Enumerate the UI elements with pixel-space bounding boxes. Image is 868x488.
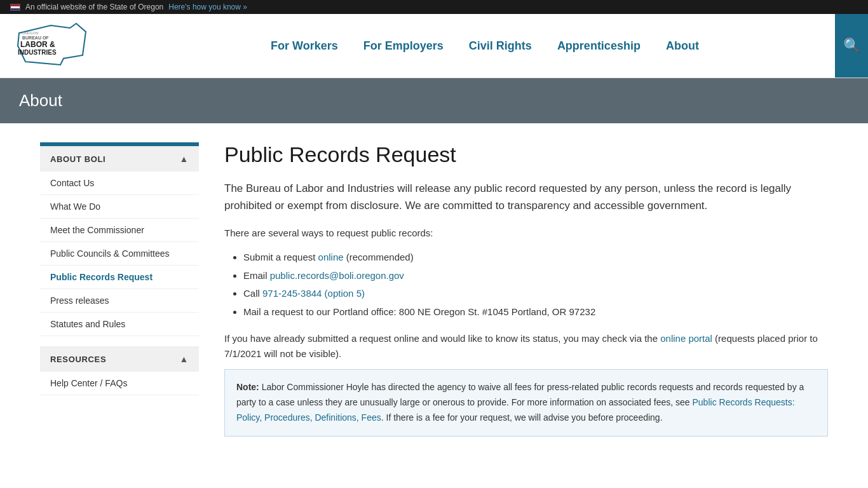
sidebar-section-resources-header[interactable]: RESOURCES ▲ <box>40 346 199 372</box>
sidebar-press-releases[interactable]: Press releases <box>40 289 199 313</box>
list-item: Statutes and Rules <box>40 313 199 336</box>
list-item: Meet the Commissioner <box>40 219 199 242</box>
site-header: BUREAU OF LABOR & INDUSTRIES OREGON For … <box>0 14 868 78</box>
intro-paragraph: The Bureau of Labor and Industries will … <box>224 180 828 214</box>
way-call-text: Call <box>243 288 262 299</box>
list-item: Call 971-245-3844 (option 5) <box>243 285 828 303</box>
note-suffix: . If there is a fee for your request, we… <box>381 412 663 423</box>
way-submit-suffix: (recommended) <box>344 252 414 262</box>
logo-area: BUREAU OF LABOR & INDUSTRIES OREGON <box>13 20 114 71</box>
list-item: Submit a request online (recommended) <box>243 248 828 267</box>
sidebar: ABOUT BOLI ▲ Contact Us What We Do Meet … <box>40 142 199 437</box>
list-item: Public Records Request <box>40 266 199 289</box>
sidebar-contact-us[interactable]: Contact Us <box>40 172 199 195</box>
way-mail-text: Mail a request to our Portland office: 8… <box>243 306 595 317</box>
sidebar-section-about-boli-header[interactable]: ABOUT BOLI ▲ <box>40 146 199 172</box>
status-paragraph: If you have already submitted a request … <box>224 331 828 362</box>
resources-label: RESOURCES <box>50 355 106 364</box>
list-item: Press releases <box>40 289 199 313</box>
content-title: Public Records Request <box>224 142 828 167</box>
main-content: Public Records Request The Bureau of Lab… <box>224 142 828 437</box>
note-label: Note: <box>236 382 259 392</box>
site-logo: BUREAU OF LABOR & INDUSTRIES OREGON <box>13 20 95 71</box>
email-link[interactable]: public.records@boli.oregon.gov <box>270 270 404 281</box>
nav-apprenticeship[interactable]: Apprenticeship <box>557 37 641 55</box>
ways-intro: There are several ways to request public… <box>224 226 828 241</box>
online-portal-link[interactable]: online portal <box>660 333 712 344</box>
svg-text:INDUSTRIES: INDUSTRIES <box>18 49 57 56</box>
search-icon: 🔍 <box>843 37 860 54</box>
official-text: An official website of the State of Oreg… <box>25 3 163 11</box>
flag-icon <box>10 4 20 11</box>
resources-links: Help Center / FAQs <box>40 372 199 395</box>
ways-list: Submit a request online (recommended) Em… <box>243 248 828 321</box>
list-item: What We Do <box>40 195 199 219</box>
svg-text:OREGON: OREGON <box>22 31 39 35</box>
note-box: Note: Labor Commissioner Hoyle has direc… <box>224 369 828 436</box>
top-banner: An official website of the State of Oreg… <box>0 0 868 14</box>
sidebar-help-center[interactable]: Help Center / FAQs <box>40 372 199 395</box>
list-item: Public Councils & Committees <box>40 242 199 266</box>
way-email-text: Email <box>243 270 270 281</box>
sidebar-statutes-rules[interactable]: Statutes and Rules <box>40 313 199 336</box>
list-item: Mail a request to our Portland office: 8… <box>243 303 828 322</box>
nav-civil-rights[interactable]: Civil Rights <box>469 37 532 55</box>
main-nav: For Workers For Employers Civil Rights A… <box>114 37 855 55</box>
about-boli-label: ABOUT BOLI <box>50 154 105 164</box>
svg-text:BUREAU OF: BUREAU OF <box>22 36 49 40</box>
chevron-up-icon: ▲ <box>179 154 189 164</box>
page-title: About <box>19 91 62 110</box>
search-button[interactable]: 🔍 <box>835 14 868 78</box>
phone-link[interactable]: 971-245-3844 (option 5) <box>262 288 365 299</box>
how-you-know-link[interactable]: Here's how you know » <box>168 3 247 11</box>
list-item: Email public.records@boli.oregon.gov <box>243 267 828 285</box>
sidebar-public-councils[interactable]: Public Councils & Committees <box>40 242 199 266</box>
svg-text:LABOR &: LABOR & <box>20 40 55 49</box>
nav-about[interactable]: About <box>666 37 699 55</box>
way-submit-text: Submit a request <box>243 252 318 262</box>
list-item: Help Center / FAQs <box>40 372 199 395</box>
sidebar-section-about-boli: ABOUT BOLI ▲ Contact Us What We Do Meet … <box>40 146 199 336</box>
sidebar-section-resources: RESOURCES ▲ Help Center / FAQs <box>40 346 199 395</box>
online-link[interactable]: online <box>318 252 344 262</box>
sidebar-meet-commissioner[interactable]: Meet the Commissioner <box>40 219 199 242</box>
sidebar-public-records[interactable]: Public Records Request <box>40 266 199 289</box>
nav-for-workers[interactable]: For Workers <box>271 37 338 55</box>
chevron-up-icon-resources: ▲ <box>179 354 189 364</box>
sidebar-what-we-do[interactable]: What We Do <box>40 195 199 219</box>
status-text-before: If you have already submitted a request … <box>224 333 660 344</box>
nav-for-employers[interactable]: For Employers <box>363 37 444 55</box>
main-container: ABOUT BOLI ▲ Contact Us What We Do Meet … <box>21 142 847 437</box>
page-title-bar: About <box>0 78 868 123</box>
list-item: Contact Us <box>40 172 199 195</box>
about-boli-links: Contact Us What We Do Meet the Commissio… <box>40 172 199 336</box>
